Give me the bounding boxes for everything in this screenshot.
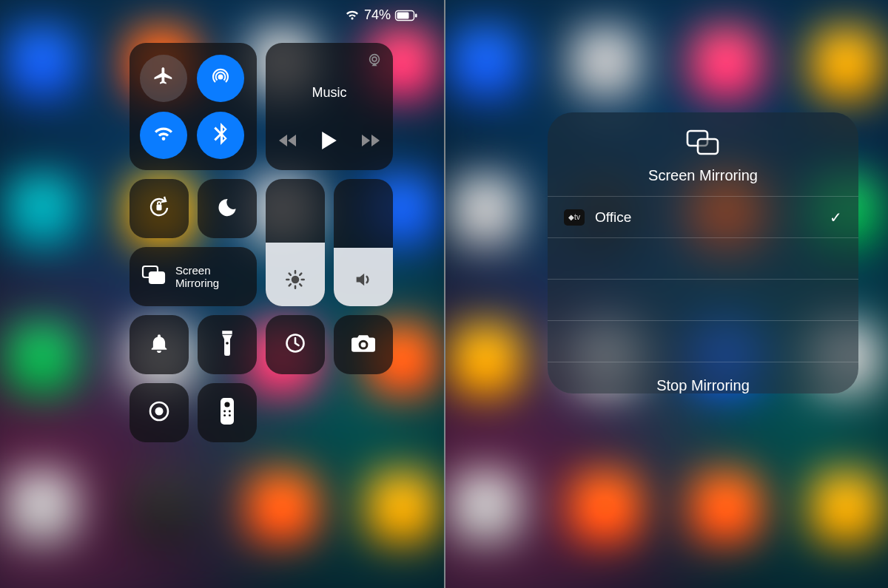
bell-icon: [149, 332, 169, 357]
screen-mirroring-popover: Screen Mirroring ◆tv Office ✓ Stop Mirro…: [548, 112, 858, 393]
svg-rect-22: [698, 139, 718, 154]
rotation-lock-toggle[interactable]: [130, 179, 189, 238]
svg-point-19: [223, 414, 226, 416]
svg-rect-9: [149, 272, 164, 283]
popover-header: Screen Mirroring: [548, 112, 858, 196]
brightness-slider[interactable]: [266, 179, 325, 306]
airplane-icon: [152, 66, 175, 91]
record-icon: [147, 399, 171, 426]
popover-title: Screen Mirroring: [648, 167, 758, 184]
pane-divider: [444, 0, 445, 588]
svg-point-4: [370, 55, 380, 64]
play-button[interactable]: [322, 132, 337, 152]
svg-point-18: [229, 410, 231, 413]
remote-icon: [221, 398, 234, 428]
camera-button[interactable]: [334, 315, 393, 374]
svg-point-17: [223, 410, 226, 413]
control-center-pane: 74%: [0, 0, 444, 588]
wifi-icon: [345, 10, 360, 21]
timer-button[interactable]: [266, 315, 325, 374]
camera-icon: [352, 334, 375, 356]
svg-point-3: [218, 74, 223, 79]
prev-track-button[interactable]: [279, 134, 297, 150]
next-track-button[interactable]: [362, 134, 380, 150]
battery-icon: [395, 10, 417, 21]
svg-point-16: [224, 402, 229, 407]
bluetooth-icon: [214, 123, 227, 148]
airplane-mode-toggle[interactable]: [140, 55, 187, 102]
silent-mode-toggle[interactable]: [130, 315, 189, 374]
control-center: Music: [130, 43, 403, 442]
screen-mirroring-label: Screen Mirroring: [175, 264, 219, 290]
svg-point-5: [372, 57, 377, 61]
screen-mirroring-icon: [685, 129, 721, 160]
svg-rect-2: [415, 13, 417, 17]
status-bar: 74%: [345, 7, 417, 23]
flashlight-toggle[interactable]: [198, 315, 257, 374]
brightness-icon: [285, 269, 306, 293]
mirroring-device-row[interactable]: ◆tv Office ✓: [548, 196, 858, 237]
screen-mirroring-icon: [141, 265, 166, 288]
moon-icon: [217, 197, 238, 220]
stop-mirroring-label: Stop Mirroring: [656, 377, 750, 393]
screen-mirroring-toggle[interactable]: Screen Mirroring: [130, 247, 257, 306]
screen-record-button[interactable]: [130, 383, 189, 442]
media-controls[interactable]: Music: [266, 43, 393, 170]
bluetooth-toggle[interactable]: [197, 112, 244, 159]
stop-mirroring-button[interactable]: Stop Mirroring: [548, 362, 858, 410]
svg-point-7: [292, 276, 300, 284]
airplay-audio-icon: [366, 52, 383, 71]
svg-point-14: [155, 408, 164, 416]
device-name: Office: [595, 209, 631, 226]
empty-row: [548, 279, 858, 320]
airdrop-toggle[interactable]: [197, 55, 244, 102]
volume-slider[interactable]: [334, 179, 393, 306]
timer-icon: [284, 332, 306, 357]
airdrop-icon: [209, 65, 232, 92]
media-title: Music: [312, 85, 346, 101]
apple-tv-remote-button[interactable]: [198, 383, 257, 442]
empty-row: [548, 320, 858, 362]
svg-rect-6: [157, 205, 162, 211]
do-not-disturb-toggle[interactable]: [198, 179, 257, 238]
svg-rect-1: [397, 12, 409, 18]
svg-point-12: [361, 342, 366, 348]
volume-icon: [353, 269, 374, 293]
rotation-lock-icon: [147, 195, 172, 223]
svg-point-10: [226, 342, 229, 345]
battery-percent: 74%: [364, 7, 391, 23]
screen-mirroring-pane: Screen Mirroring ◆tv Office ✓ Stop Mirro…: [444, 0, 888, 588]
apple-tv-icon: ◆tv: [564, 209, 585, 226]
checkmark-icon: ✓: [830, 209, 842, 226]
wifi-icon: [152, 125, 175, 146]
flashlight-icon: [221, 331, 234, 359]
empty-row: [548, 237, 858, 279]
svg-point-20: [229, 414, 231, 416]
connectivity-group: [130, 43, 257, 170]
wifi-toggle[interactable]: [140, 112, 187, 159]
